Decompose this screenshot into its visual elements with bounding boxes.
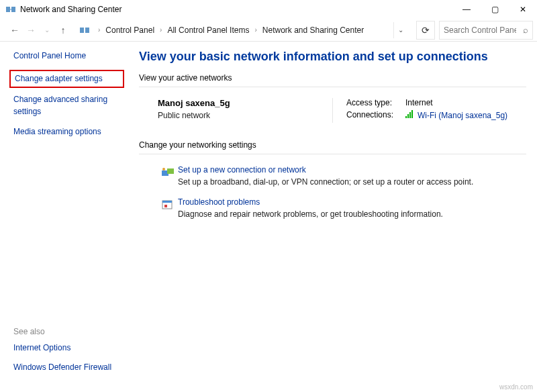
troubleshoot-desc: Diagnose and repair network problems, or… bbox=[178, 209, 526, 219]
troubleshoot-item: Troubleshoot problems Diagnose and repai… bbox=[139, 197, 526, 219]
chevron-right-icon[interactable]: › bbox=[250, 26, 260, 34]
sidebar-firewall-link[interactable]: Windows Defender Firewall bbox=[13, 362, 124, 373]
active-networks-heading: View your active networks bbox=[139, 73, 526, 87]
troubleshoot-text: Troubleshoot problems Diagnose and repai… bbox=[178, 197, 526, 219]
titlebar: Network and Sharing Center — ▢ ✕ bbox=[0, 0, 537, 19]
chevron-right-icon[interactable]: › bbox=[94, 26, 104, 34]
maximize-button[interactable]: ▢ bbox=[481, 0, 509, 19]
breadcrumb-icon bbox=[79, 25, 90, 36]
search-input[interactable] bbox=[444, 26, 516, 35]
sidebar-adapter-link[interactable]: Change adapter settings bbox=[9, 70, 124, 89]
svg-rect-1 bbox=[11, 7, 15, 12]
network-name: Manoj saxena_5g bbox=[158, 98, 332, 108]
see-also-heading: See also bbox=[13, 327, 124, 336]
connections-label: Connections: bbox=[346, 110, 405, 120]
sidebar-home-link[interactable]: Control Panel Home bbox=[13, 51, 124, 62]
network-details: Access type: Internet Connections: Wi-Fi… bbox=[332, 98, 507, 123]
recent-button[interactable]: ⌄ bbox=[40, 23, 54, 37]
wifi-signal-icon bbox=[405, 110, 415, 118]
setup-connection-text: Set up a new connection or network Set u… bbox=[178, 165, 526, 187]
sidebar-streaming-link[interactable]: Media streaming options bbox=[13, 127, 124, 138]
breadcrumb[interactable]: › Control Panel › All Control Panel Item… bbox=[77, 22, 409, 38]
network-identity: Manoj saxena_5g Public network bbox=[158, 98, 332, 123]
sidebar-internet-options-link[interactable]: Internet Options bbox=[13, 343, 124, 354]
minimize-button[interactable]: — bbox=[452, 0, 481, 19]
title-icon bbox=[5, 4, 16, 15]
refresh-button[interactable]: ⟳ bbox=[416, 21, 435, 40]
svg-rect-6 bbox=[167, 168, 174, 174]
up-button[interactable]: ↑ bbox=[56, 23, 70, 37]
network-type: Public network bbox=[158, 111, 332, 120]
close-button[interactable]: ✕ bbox=[509, 0, 537, 19]
chevron-right-icon[interactable]: › bbox=[156, 26, 166, 34]
breadcrumb-item[interactable]: All Control Panel Items bbox=[166, 26, 250, 35]
svg-rect-3 bbox=[80, 28, 84, 33]
search-icon[interactable]: ⌕ bbox=[523, 25, 528, 35]
forward-button[interactable]: → bbox=[24, 23, 38, 37]
content: Control Panel Home Change adapter settin… bbox=[0, 42, 537, 383]
svg-rect-9 bbox=[162, 201, 172, 203]
window-title: Network and Sharing Center bbox=[20, 5, 452, 14]
setup-connection-item: Set up a new connection or network Set u… bbox=[139, 165, 526, 187]
connection-value: Wi-Fi (Manoj saxena_5g) bbox=[418, 111, 507, 120]
search-box[interactable]: ⌕ bbox=[439, 21, 533, 40]
connection-link[interactable]: Wi-Fi (Manoj saxena_5g) bbox=[405, 110, 507, 120]
page-title: View your basic network information and … bbox=[139, 50, 526, 64]
svg-rect-10 bbox=[164, 205, 167, 207]
breadcrumb-item[interactable]: Network and Sharing Center bbox=[261, 26, 365, 35]
troubleshoot-link[interactable]: Troubleshoot problems bbox=[178, 197, 526, 207]
networking-settings-heading: Change your networking settings bbox=[139, 140, 526, 154]
sidebar: Control Panel Home Change adapter settin… bbox=[0, 42, 124, 383]
watermark: wsxdn.com bbox=[499, 383, 533, 391]
back-button[interactable]: ← bbox=[8, 23, 21, 37]
address-dropdown[interactable]: ⌄ bbox=[393, 22, 407, 38]
svg-rect-4 bbox=[85, 28, 89, 33]
access-type-label: Access type: bbox=[346, 98, 405, 107]
setup-connection-link[interactable]: Set up a new connection or network bbox=[178, 165, 526, 175]
sidebar-advanced-link[interactable]: Change advanced sharing settings bbox=[13, 93, 114, 117]
main: View your basic network information and … bbox=[124, 42, 537, 383]
setup-connection-desc: Set up a broadband, dial-up, or VPN conn… bbox=[178, 177, 526, 187]
svg-point-7 bbox=[162, 168, 165, 170]
active-network: Manoj saxena_5g Public network Access ty… bbox=[139, 98, 526, 123]
breadcrumb-item[interactable]: Control Panel bbox=[104, 26, 156, 35]
setup-connection-icon bbox=[158, 165, 178, 187]
troubleshoot-icon bbox=[158, 197, 178, 219]
window-controls: — ▢ ✕ bbox=[452, 0, 537, 19]
sidebar-spacer bbox=[13, 147, 124, 327]
access-type-value: Internet bbox=[405, 98, 433, 107]
svg-rect-0 bbox=[6, 7, 10, 12]
toolbar: ← → ⌄ ↑ › Control Panel › All Control Pa… bbox=[0, 19, 537, 42]
